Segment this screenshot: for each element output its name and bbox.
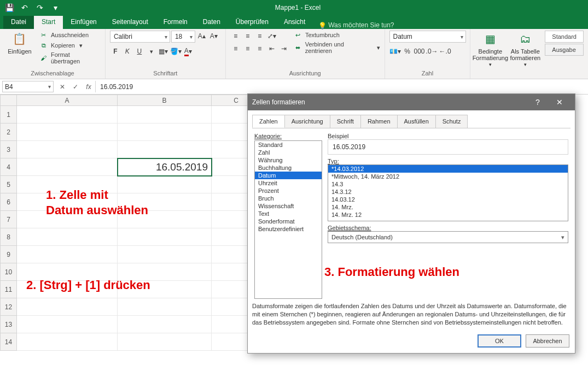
conditional-formatting-button[interactable]: ▦ Bedingte Formatierung ▾ (475, 31, 505, 68)
row-header[interactable]: 6 (1, 193, 17, 211)
type-item[interactable]: 14.03.12 (328, 196, 568, 203)
row-header[interactable]: 2 (1, 123, 17, 141)
redo-icon[interactable]: ↷ (33, 1, 47, 14)
help-icon[interactable]: ? (527, 94, 549, 110)
indent-increase-icon[interactable]: ⇥ (278, 43, 289, 54)
fill-color-button[interactable]: 🪣▾ (170, 46, 182, 57)
row-header[interactable]: 14 (1, 333, 17, 351)
border-button[interactable]: ▦▾ (158, 46, 169, 57)
tab-view[interactable]: Ansicht (276, 16, 313, 29)
cancel-formula-icon[interactable]: ✕ (56, 80, 69, 93)
close-icon[interactable]: ✕ (549, 94, 570, 110)
tab-formulas[interactable]: Formeln (156, 16, 195, 29)
category-listbox[interactable]: StandardZahlWährungBuchhaltungDatumUhrze… (254, 140, 322, 299)
cell-style-standard[interactable]: Standard (545, 31, 584, 43)
fx-icon[interactable]: fx (82, 80, 95, 93)
category-item[interactable]: Währung (255, 156, 322, 164)
font-color-button[interactable]: A▾ (183, 46, 194, 57)
col-header-b[interactable]: B (118, 95, 212, 106)
accept-formula-icon[interactable]: ✓ (69, 80, 82, 93)
cancel-button[interactable]: Abbrechen (526, 334, 569, 348)
type-item[interactable]: 14. Mrz. 12 (328, 211, 568, 219)
locale-select[interactable]: Deutsch (Deutschland) (328, 231, 568, 243)
category-item[interactable]: Bruch (255, 195, 322, 202)
align-right-icon[interactable]: ≡ (254, 43, 265, 54)
orientation-icon[interactable]: ⤢▾ (266, 31, 277, 42)
row-header[interactable]: 3 (1, 141, 17, 158)
row-header[interactable]: 8 (1, 228, 17, 246)
select-all-corner[interactable] (1, 95, 17, 106)
dialog-tab-border[interactable]: Rahmen (360, 115, 398, 128)
dialog-tab-alignment[interactable]: Ausrichtung (284, 115, 330, 128)
dialog-tab-protection[interactable]: Schutz (435, 115, 468, 128)
dialog-tab-font[interactable]: Schrift (330, 115, 361, 128)
align-left-icon[interactable]: ≡ (230, 43, 241, 54)
format-as-table-button[interactable]: 🗂 Als Tabelle formatieren ▾ (510, 31, 540, 68)
underline-dropdown-icon[interactable]: ▾ (146, 46, 157, 57)
bold-button[interactable]: F (110, 46, 121, 57)
copy-button[interactable]: ⧉Kopieren ▾ (39, 41, 101, 50)
tab-pagelayout[interactable]: Seitenlayout (104, 16, 156, 29)
row-header[interactable]: 13 (1, 316, 17, 333)
merge-center-button[interactable]: ⬌Verbinden und zentrieren ▾ (294, 41, 380, 54)
category-item[interactable]: Text (255, 210, 322, 217)
row-header[interactable]: 11 (1, 281, 17, 298)
paste-button[interactable]: 📋 Einfügen (4, 31, 35, 55)
category-item[interactable]: Sonderformat (255, 217, 322, 225)
cut-button[interactable]: ✂Ausschneiden (39, 31, 101, 39)
qat-customize-icon[interactable]: ▾ (48, 1, 62, 14)
category-item[interactable]: Datum (255, 172, 322, 179)
percent-icon[interactable]: % (402, 46, 413, 57)
thousands-icon[interactable]: 000 (414, 46, 425, 57)
type-listbox[interactable]: *14.03.2012*Mittwoch, 14. März 201214.31… (328, 164, 568, 221)
align-top-icon[interactable]: ≡ (230, 31, 241, 42)
type-item[interactable]: *14.03.2012 (328, 165, 568, 173)
font-name-select[interactable]: Calibri (110, 31, 170, 43)
decrease-decimal-icon[interactable]: ←.0 (439, 46, 451, 57)
name-box[interactable]: B4 (2, 81, 54, 92)
category-item[interactable]: Buchhaltung (255, 164, 322, 172)
align-bottom-icon[interactable]: ≡ (254, 31, 265, 42)
grow-font-icon[interactable]: A▴ (196, 31, 207, 42)
category-item[interactable]: Wissenschaft (255, 202, 322, 210)
currency-icon[interactable]: 💶▾ (389, 46, 401, 57)
type-item[interactable]: *Mittwoch, 14. März 2012 (328, 173, 568, 180)
row-header[interactable]: 7 (1, 211, 17, 228)
type-item[interactable]: 14. Mrz. (328, 203, 568, 211)
category-item[interactable]: Benutzerdefiniert (255, 225, 322, 233)
save-icon[interactable]: 💾 (2, 1, 16, 14)
category-item[interactable]: Uhrzeit (255, 179, 322, 187)
row-header[interactable]: 1 (1, 106, 17, 123)
tab-review[interactable]: Überprüfen (228, 16, 276, 29)
tab-insert[interactable]: Einfügen (63, 16, 104, 29)
shrink-font-icon[interactable]: A▾ (208, 31, 219, 42)
undo-icon[interactable]: ↶ (18, 1, 32, 14)
ok-button[interactable]: OK (478, 334, 521, 348)
dialog-tab-fill[interactable]: Ausfüllen (397, 115, 436, 128)
dialog-tab-number[interactable]: Zahlen (252, 115, 285, 128)
cell-b4[interactable]: 16.05.2019 (118, 158, 212, 176)
format-painter-button[interactable]: 🖌Format übertragen (39, 51, 101, 64)
tab-start[interactable]: Start (34, 16, 63, 29)
row-header[interactable]: 10 (1, 263, 17, 281)
wrap-text-button[interactable]: ↩Textumbruch (294, 31, 380, 39)
font-size-select[interactable]: 18 (171, 31, 195, 43)
row-header[interactable]: 9 (1, 246, 17, 263)
tell-me-search[interactable]: 💡 Was möchten Sie tun? (313, 21, 394, 29)
italic-button[interactable]: K (122, 46, 133, 57)
col-header-a[interactable]: A (17, 95, 118, 106)
category-item[interactable]: Zahl (255, 149, 322, 156)
row-header[interactable]: 5 (1, 176, 17, 193)
align-center-icon[interactable]: ≡ (242, 43, 253, 54)
increase-decimal-icon[interactable]: .0→ (426, 46, 438, 57)
formula-input[interactable]: 16.05.2019 (95, 81, 588, 92)
type-item[interactable]: 14.3 (328, 180, 568, 188)
underline-button[interactable]: U (134, 46, 145, 57)
dialog-title-bar[interactable]: Zellen formatieren ? ✕ (248, 94, 575, 110)
row-header[interactable]: 12 (1, 298, 17, 316)
category-item[interactable]: Standard (255, 141, 322, 149)
align-middle-icon[interactable]: ≡ (242, 31, 253, 42)
number-format-select[interactable]: Datum (389, 31, 466, 43)
tab-file[interactable]: Datei (3, 16, 34, 29)
tab-data[interactable]: Daten (195, 16, 228, 29)
